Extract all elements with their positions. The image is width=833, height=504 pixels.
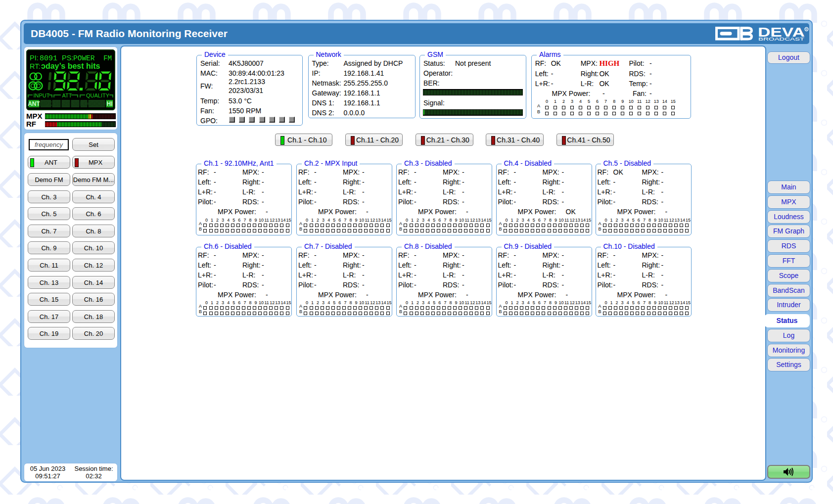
svg-text:QUALITY: QUALITY (86, 92, 110, 98)
svg-text:-10: -10 (52, 100, 61, 107)
svg-text:R: R (805, 28, 808, 31)
svg-text:GOOD: GOOD (88, 100, 106, 107)
svg-text:PI:: PI: (30, 54, 39, 62)
svg-text:POWER FM: POWER FM (73, 54, 112, 62)
svg-text:ɔday’s best hits: ɔday’s best hits (41, 62, 100, 70)
svg-text:HI: HI (107, 100, 113, 107)
svg-text:-20: -20 (61, 100, 70, 107)
svg-text:LO: LO (80, 100, 88, 107)
svg-text:BROADCAST: BROADCAST (758, 37, 805, 41)
svg-text:ATT: ATT (62, 92, 72, 98)
svg-text:PS:: PS: (62, 54, 73, 62)
svg-text:RT:: RT: (30, 62, 41, 70)
svg-text:-30: -30 (71, 100, 80, 107)
svg-text:ANT: ANT (28, 100, 40, 107)
svg-text:MPX: MPX (39, 100, 52, 107)
svg-text:INPUT: INPUT (34, 92, 50, 98)
